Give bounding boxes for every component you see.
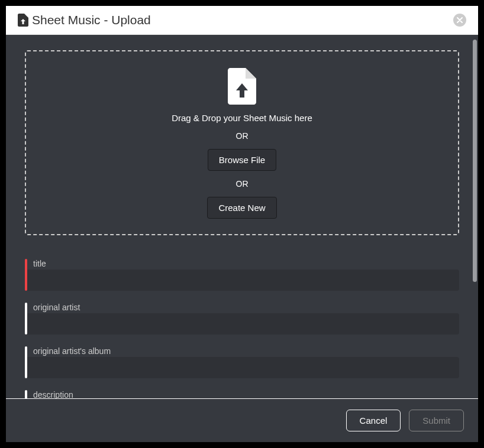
modal-header: Sheet Music - Upload [6, 6, 478, 35]
scrollbar[interactable] [473, 40, 477, 282]
file-upload-large-icon [228, 68, 256, 105]
optional-indicator [25, 346, 27, 378]
field-description: description [25, 390, 459, 398]
or-separator-1: OR [38, 131, 446, 141]
dropzone[interactable]: Drag & Drop your Sheet Music here OR Bro… [25, 50, 459, 235]
title-label: title [25, 259, 459, 268]
album-input[interactable] [25, 357, 459, 378]
create-new-button[interactable]: Create New [207, 197, 276, 219]
cancel-button[interactable]: Cancel [346, 410, 401, 431]
browse-file-button[interactable]: Browse File [208, 149, 276, 171]
modal-body: Drag & Drop your Sheet Music here OR Bro… [6, 35, 478, 398]
album-label: original artist's album [25, 346, 459, 356]
modal-footer: Cancel Submit [6, 398, 478, 442]
required-indicator [25, 259, 27, 291]
artist-label: original artist [25, 303, 459, 312]
optional-indicator [25, 390, 27, 398]
modal-title: Sheet Music - Upload [32, 13, 151, 27]
field-original-artist: original artist [25, 303, 459, 335]
field-album: original artist's album [25, 346, 459, 378]
close-icon [457, 15, 463, 25]
field-title: title [25, 259, 459, 291]
dropzone-text: Drag & Drop your Sheet Music here [38, 113, 446, 123]
close-button[interactable] [453, 14, 466, 27]
or-separator-2: OR [38, 179, 446, 189]
submit-button[interactable]: Submit [409, 410, 464, 431]
optional-indicator [25, 303, 27, 335]
artist-input[interactable] [25, 313, 459, 335]
modal-title-wrap: Sheet Music - Upload [18, 13, 151, 27]
title-input[interactable] [25, 270, 459, 291]
description-label: description [25, 390, 459, 398]
upload-modal: Sheet Music - Upload Drag & Drop your Sh… [6, 6, 478, 442]
file-upload-icon [18, 14, 28, 27]
